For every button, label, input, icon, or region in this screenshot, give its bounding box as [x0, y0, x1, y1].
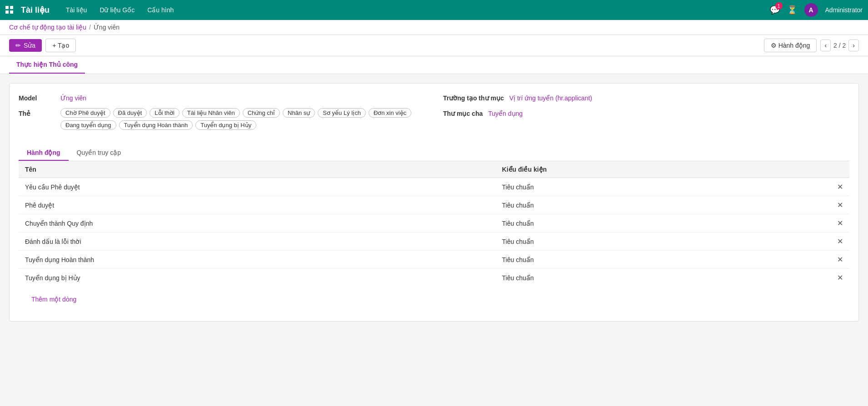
row-condition-3: Tiêu chuẩn — [496, 233, 831, 251]
delete-icon-3[interactable]: ✕ — [837, 238, 843, 245]
row-delete-2[interactable]: ✕ — [831, 214, 849, 233]
apps-grid-button[interactable] — [5, 6, 14, 14]
topnav: Tài liệu Tài liệu Dữ liệu Gốc Cấu hình 💬… — [0, 0, 868, 20]
next-page-button[interactable]: › — [848, 40, 859, 51]
row-condition-2: Tiêu chuẩn — [496, 214, 831, 233]
notification-icon[interactable]: 💬 1 — [770, 5, 780, 15]
record-card: Model Ứng viên Thẻ Chờ Phê duyệt Đã duyệ… — [9, 83, 859, 322]
inner-tab-quyen-truy-cap[interactable]: Quyền truy cập — [69, 145, 129, 161]
delete-icon-5[interactable]: ✕ — [837, 274, 843, 282]
tag-loi-thoi: Lỗi thời — [150, 108, 179, 118]
tab-manual[interactable]: Thực hiện Thủ công — [9, 56, 85, 74]
row-name-0: Yêu cầu Phê duyệt — [19, 178, 496, 196]
col-delete-header — [831, 161, 849, 178]
nav-link-du-lieu-goc[interactable]: Dữ liệu Gốc — [94, 5, 140, 15]
row-delete-5[interactable]: ✕ — [831, 269, 849, 287]
model-value: Ứng viên — [60, 93, 86, 102]
form-section: Model Ứng viên Thẻ Chờ Phê duyệt Đã duyệ… — [19, 93, 849, 136]
svg-rect-0 — [5, 6, 9, 9]
page-tab-bar: Thực hiện Thủ công — [0, 56, 868, 74]
tags-container: Chờ Phê duyệt Đã duyệt Lỗi thời Tài liệu… — [60, 108, 425, 130]
parent-folder-value: Tuyển dụng — [488, 108, 523, 117]
row-name-4: Tuyển dụng Hoàn thành — [19, 251, 496, 269]
row-delete-1[interactable]: ✕ — [831, 196, 849, 214]
svg-rect-1 — [10, 6, 13, 9]
row-condition-4: Tiêu chuẩn — [496, 251, 831, 269]
row-condition-5: Tiêu chuẩn — [496, 269, 831, 287]
admin-name[interactable]: Administrator — [825, 6, 863, 14]
topnav-links: Tài liệu Dữ liệu Gốc Cấu hình — [60, 5, 770, 15]
row-condition-0: Tiêu chuẩn — [496, 178, 831, 196]
action-label: ⚙ Hành động — [771, 42, 810, 49]
row-name-5: Tuyển dụng bị Hủy — [19, 269, 496, 287]
row-name-3: Đánh dấu là lỗi thời — [19, 233, 496, 251]
folder-field-row: Trường tạo thư mục Vị trí ứng tuyển (hr.… — [443, 93, 849, 102]
pagination-text: 2 / 2 — [833, 42, 846, 49]
inner-tab-hanh-dong[interactable]: Hành động — [19, 145, 69, 161]
inner-tabs: Hành động Quyền truy cập — [19, 145, 849, 161]
tag-dang-tuyen-dung: Đang tuyển dụng — [60, 120, 116, 130]
row-name-2: Chuyển thành Quy định — [19, 214, 496, 233]
actions-table: Tên Kiểu điều kiện Yêu cầu Phê duyệt Tiê… — [19, 161, 849, 312]
prev-page-button[interactable]: ‹ — [820, 40, 831, 51]
tags-field-row: Thẻ Chờ Phê duyệt Đã duyệt Lỗi thời Tài … — [19, 108, 425, 130]
tag-tuyen-dung-bi-huy: Tuyển dụng bị Hủy — [195, 120, 256, 130]
form-left: Model Ứng viên Thẻ Chờ Phê duyệt Đã duyệ… — [19, 93, 425, 136]
edit-button[interactable]: ✏ Sửa — [9, 39, 42, 52]
app-logo: Tài liệu — [21, 5, 50, 15]
topnav-right: 💬 1 ⏳ A Administrator — [770, 3, 863, 17]
tag-don-xin-viec: Đơn xin việc — [369, 108, 411, 118]
table-row: Tuyển dụng Hoàn thành Tiêu chuẩn ✕ — [19, 251, 849, 269]
clock-icon[interactable]: ⏳ — [787, 5, 797, 15]
folder-field-label: Trường tạo thư mục — [443, 93, 504, 102]
model-field-row: Model Ứng viên — [19, 93, 425, 102]
edit-icon: ✏ — [15, 42, 21, 49]
create-label: + Tạo — [52, 42, 69, 49]
folder-field-value: Vị trí ứng tuyển (hr.applicant) — [509, 93, 592, 102]
avatar[interactable]: A — [804, 3, 818, 17]
svg-rect-2 — [5, 10, 9, 14]
breadcrumb-current: Ứng viên — [94, 24, 120, 31]
svg-rect-3 — [10, 10, 13, 14]
main-content: Model Ứng viên Thẻ Chờ Phê duyệt Đã duyệ… — [0, 74, 868, 331]
toolbar: ✏ Sửa + Tạo ⚙ Hành động ‹ 2 / 2 › — [0, 35, 868, 56]
table-row: Phê duyệt Tiêu chuẩn ✕ — [19, 196, 849, 214]
parent-folder-label: Thư mục cha — [443, 108, 483, 117]
delete-icon-4[interactable]: ✕ — [837, 256, 843, 263]
tag-so-yeu-ly-lich: Sơ yếu Lý lịch — [318, 108, 366, 118]
breadcrumb-parent[interactable]: Cơ chế tự động tạo tài liệu — [9, 24, 86, 31]
nav-link-tai-lieu[interactable]: Tài liệu — [60, 5, 92, 15]
row-delete-0[interactable]: ✕ — [831, 178, 849, 196]
notification-badge: 1 — [775, 2, 783, 10]
edit-label: Sửa — [24, 42, 35, 49]
table-row: Đánh dấu là lỗi thời Tiêu chuẩn ✕ — [19, 233, 849, 251]
delete-icon-1[interactable]: ✕ — [837, 201, 843, 209]
nav-link-cau-hinh[interactable]: Cấu hình — [142, 5, 179, 15]
tag-nhan-su: Nhân sự — [283, 108, 315, 118]
col-name-header: Tên — [19, 161, 496, 178]
tag-chung-chi: Chứng chỉ — [243, 108, 280, 118]
tag-da-duyet: Đã duyệt — [113, 108, 147, 118]
breadcrumb: Cơ chế tự động tạo tài liệu / Ứng viên — [0, 20, 868, 35]
pagination: ‹ 2 / 2 › — [820, 40, 859, 51]
delete-icon-0[interactable]: ✕ — [837, 183, 843, 191]
col-condition-header: Kiểu điều kiện — [496, 161, 831, 178]
tag-cho-phe-duyet: Chờ Phê duyệt — [60, 108, 110, 118]
create-button[interactable]: + Tạo — [45, 39, 76, 52]
table-row: Yêu cầu Phê duyệt Tiêu chuẩn ✕ — [19, 178, 849, 196]
tag-tai-lieu-nhan-vien: Tài liệu Nhân viên — [182, 108, 240, 118]
table-row: Chuyển thành Quy định Tiêu chuẩn ✕ — [19, 214, 849, 233]
model-label: Model — [19, 93, 55, 102]
form-right: Trường tạo thư mục Vị trí ứng tuyển (hr.… — [443, 93, 849, 136]
row-name-1: Phê duyệt — [19, 196, 496, 214]
table-row: Tuyển dụng bị Hủy Tiêu chuẩn ✕ — [19, 269, 849, 287]
delete-icon-2[interactable]: ✕ — [837, 219, 843, 227]
add-row-link[interactable]: Thêm một dòng — [25, 291, 83, 307]
add-row-footer: Thêm một dòng — [19, 287, 849, 312]
row-delete-4[interactable]: ✕ — [831, 251, 849, 269]
row-delete-3[interactable]: ✕ — [831, 233, 849, 251]
action-button[interactable]: ⚙ Hành động — [764, 39, 817, 52]
breadcrumb-separator: / — [89, 24, 91, 31]
row-condition-1: Tiêu chuẩn — [496, 196, 831, 214]
parent-folder-row: Thư mục cha Tuyển dụng — [443, 108, 849, 117]
